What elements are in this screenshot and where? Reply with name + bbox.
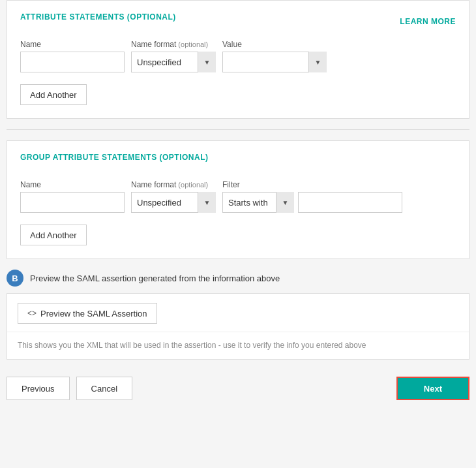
group-filter-row: Starts with Equals Regex Contains: [222, 192, 402, 213]
group-name-format-group: Name format (optional) Unspecified Basic…: [131, 180, 216, 213]
group-filter-select[interactable]: Starts with Equals Regex Contains: [222, 192, 294, 213]
attr-name-format-select-wrapper: Unspecified Basic URI Reference: [131, 52, 216, 72]
group-name-label: Name: [20, 180, 125, 189]
attr-section-title: ATTRIBUTE STATEMENTS (OPTIONAL): [20, 12, 176, 22]
attr-name-format-optional: (optional): [178, 40, 208, 48]
attr-add-another-button[interactable]: Add Another: [20, 84, 87, 105]
section-divider: [7, 129, 469, 130]
attr-name-format-group: Name format (optional) Unspecified Basic…: [131, 40, 216, 72]
group-name-format-select-wrapper: Unspecified Basic URI Reference: [131, 192, 216, 213]
attr-name-input[interactable]: [20, 52, 125, 72]
attr-name-label: Name: [20, 40, 125, 49]
next-button[interactable]: Next: [396, 377, 469, 400]
attr-name-format-select[interactable]: Unspecified Basic URI Reference: [131, 52, 216, 72]
group-filter-select-wrapper: Starts with Equals Regex Contains: [222, 192, 294, 213]
group-name-group: Name: [20, 180, 125, 213]
preview-divider: [7, 332, 469, 332]
attr-value-select-wrapper: [222, 52, 327, 72]
footer-left: Previous Cancel: [7, 377, 132, 400]
page-wrapper: ATTRIBUTE STATEMENTS (OPTIONAL) LEARN MO…: [0, 0, 476, 407]
preview-saml-button[interactable]: <> Preview the SAML Assertion: [18, 303, 157, 324]
attr-section-header: ATTRIBUTE STATEMENTS (OPTIONAL) LEARN MO…: [20, 12, 456, 31]
section-b-header: B Preview the SAML assertion generated f…: [7, 270, 469, 287]
attribute-statements-card: ATTRIBUTE STATEMENTS (OPTIONAL) LEARN MO…: [7, 0, 469, 119]
group-name-input[interactable]: [20, 192, 125, 213]
learn-more-link[interactable]: LEARN MORE: [400, 17, 456, 26]
group-attribute-statements-card: GROUP ATTRIBUTE STATEMENTS (OPTIONAL) Na…: [7, 140, 469, 259]
group-add-another-button[interactable]: Add Another: [20, 225, 87, 245]
group-name-format-select[interactable]: Unspecified Basic URI Reference: [131, 192, 216, 213]
group-filter-label: Filter: [222, 180, 402, 189]
preview-card: <> Preview the SAML Assertion This shows…: [7, 293, 469, 360]
attr-value-label: Value: [222, 40, 327, 49]
footer: Previous Cancel Next: [0, 370, 476, 407]
group-name-format-optional: (optional): [178, 181, 208, 189]
preview-hint: This shows you the XML that will be used…: [18, 341, 366, 350]
attr-field-labels-row: Name Name format (optional) Unspecified …: [20, 40, 456, 72]
attr-name-format-label: Name format: [131, 40, 176, 49]
attr-value-group: Value: [222, 40, 327, 72]
step-b-badge: B: [7, 270, 23, 287]
group-filter-group: Filter Starts with Equals Regex Contains: [222, 180, 402, 213]
group-section-header: GROUP ATTRIBUTE STATEMENTS (OPTIONAL): [20, 153, 456, 171]
preview-btn-label: Preview the SAML Assertion: [40, 309, 147, 319]
cancel-button[interactable]: Cancel: [76, 377, 132, 400]
section-b-wrapper: B Preview the SAML assertion generated f…: [7, 270, 469, 360]
previous-button[interactable]: Previous: [7, 377, 70, 400]
group-name-format-label: Name format: [131, 180, 176, 189]
group-field-labels-row: Name Name format (optional) Unspecified …: [20, 180, 456, 213]
attr-name-group: Name: [20, 40, 125, 72]
group-filter-value-input[interactable]: [298, 192, 402, 213]
group-section-title: GROUP ATTRIBUTE STATEMENTS (OPTIONAL): [20, 153, 209, 162]
code-icon: <>: [27, 309, 37, 318]
section-b-title: Preview the SAML assertion generated fro…: [30, 273, 280, 283]
attr-value-select[interactable]: [222, 52, 327, 72]
